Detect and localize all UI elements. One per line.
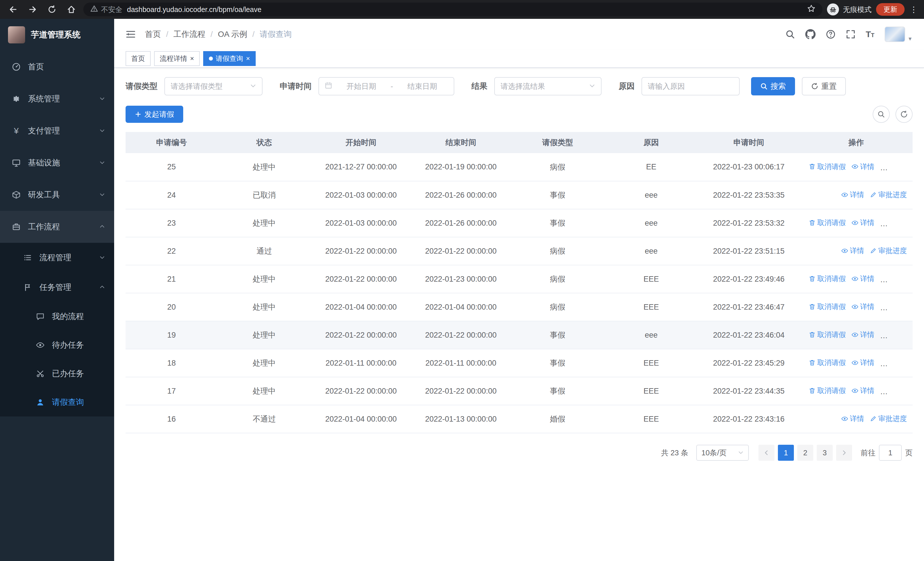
browser-back-button[interactable] [6, 2, 21, 17]
detail-action-link[interactable]: 详情 [852, 386, 874, 396]
next-page-button[interactable] [836, 445, 852, 461]
breadcrumb-current: 请假查询 [260, 29, 292, 40]
detail-action-link[interactable]: 详情 [841, 414, 864, 423]
detail-action-link[interactable]: 详情 [852, 162, 874, 171]
detail-action-link[interactable]: 详情 [852, 274, 874, 283]
sidebar-item-infrastructure[interactable]: 基础设施 [0, 147, 114, 179]
column-header: 结束时间 [411, 132, 511, 153]
table-cell: 2022-01-03 00:00:00 [311, 209, 411, 237]
page-button-2[interactable]: 2 [797, 445, 813, 461]
range-separator: - [391, 82, 393, 91]
cancel-action-link[interactable]: 取消请假 [809, 162, 846, 171]
progress-action-link[interactable]: 审批进度 [870, 414, 907, 423]
sidebar-item-leave-query[interactable]: 请假查询 [0, 388, 114, 417]
cancel-action-link[interactable]: 取消请假 [809, 274, 846, 283]
table-cell: 2022-01-22 23:53:35 [698, 181, 800, 209]
sidebar-item-payment[interactable]: ¥ 支付管理 [0, 115, 114, 147]
prev-page-button[interactable] [759, 445, 774, 461]
cancel-action-link[interactable]: 取消请假 [809, 358, 846, 367]
detail-action-link[interactable]: 详情 [852, 358, 874, 367]
breadcrumb-item[interactable]: 首页 [145, 29, 161, 40]
detail-action-link[interactable]: 详情 [841, 246, 864, 256]
reset-button[interactable]: 重置 [802, 77, 846, 95]
sidebar-item-devtools[interactable]: 研发工具 [0, 179, 114, 211]
github-icon[interactable] [805, 29, 816, 39]
search-button[interactable]: 搜索 [751, 77, 795, 95]
table-row: 21处理中2022-01-22 00:00:002022-01-23 00:00… [126, 265, 913, 293]
fullscreen-icon[interactable] [846, 29, 855, 39]
progress-action-link[interactable]: 审批进度 [870, 190, 907, 199]
breadcrumb-item[interactable]: 工作流程 [174, 29, 206, 40]
table-cell: 25 [126, 153, 218, 181]
table-cell: 已取消 [218, 181, 311, 209]
browser-home-button[interactable] [64, 2, 79, 17]
table-cell: 2022-01-22 00:00:00 [411, 377, 511, 405]
detail-action-link[interactable]: 详情 [852, 330, 874, 339]
search-icon[interactable] [785, 29, 795, 39]
sidebar-collapse-icon[interactable] [126, 29, 136, 39]
goto-page-input[interactable] [879, 445, 902, 461]
leave-type-select[interactable]: 请选择请假类型 [164, 77, 262, 95]
tab-home[interactable]: 首页 [126, 51, 151, 66]
sidebar-item-process-management[interactable]: 流程管理 [0, 243, 114, 272]
browser-update-button[interactable]: 更新 [876, 3, 904, 16]
table-cell: EEE [604, 405, 698, 433]
sidebar-item-workflow[interactable]: 工作流程 [0, 211, 114, 243]
goto-page: 前往 页 [861, 445, 913, 461]
result-select[interactable]: 请选择流结果 [494, 77, 602, 95]
sidebar-item-system[interactable]: 系统管理 [0, 83, 114, 115]
toggle-search-button[interactable] [873, 106, 890, 123]
table-cell: 事假 [511, 181, 604, 209]
sidebar-item-task-management[interactable]: 任务管理 [0, 272, 114, 302]
sidebar-item-home[interactable]: 首页 [0, 51, 114, 83]
leave-table-body: 25处理中2021-12-27 00:00:002022-01-19 00:00… [126, 153, 913, 433]
browser-forward-button[interactable] [25, 2, 40, 17]
reason-input[interactable] [642, 77, 740, 95]
sidebar-item-done-tasks[interactable]: 已办任务 [0, 359, 114, 388]
cancel-action-link[interactable]: 取消请假 [809, 386, 846, 396]
close-icon[interactable]: × [246, 55, 250, 62]
chevron-down-icon [589, 82, 595, 91]
table-row: 24已取消2022-01-03 00:00:002022-01-26 00:00… [126, 181, 913, 209]
cancel-action-link[interactable]: 取消请假 [809, 218, 846, 227]
detail-action-link[interactable]: 详情 [852, 218, 874, 227]
refresh-button[interactable] [896, 106, 913, 123]
browser-address-bar[interactable]: 不安全 dashboard.yudao.iocoder.cn/bpm/oa/le… [83, 3, 822, 16]
cancel-action-link[interactable]: 取消请假 [809, 302, 846, 311]
sidebar-item-todo-tasks[interactable]: 待办任务 [0, 331, 114, 359]
date-range-picker[interactable]: 开始日期 - 结束日期 [318, 77, 454, 95]
detail-action-link[interactable]: 详情 [841, 190, 864, 199]
search-button-label: 搜索 [771, 81, 786, 92]
create-leave-button[interactable]: 发起请假 [126, 106, 183, 123]
create-leave-label: 发起请假 [144, 110, 174, 119]
table-cell: EE [604, 153, 698, 181]
tab-process-detail[interactable]: 流程详情 × [154, 51, 200, 66]
close-icon[interactable]: × [190, 55, 194, 62]
start-date-placeholder: 开始日期 [336, 81, 387, 92]
user-menu[interactable]: ▼ [885, 27, 913, 42]
security-warning[interactable]: 不安全 [90, 5, 122, 14]
chevron-up-icon [99, 222, 105, 232]
table-cell: 2022-01-19 00:00:00 [411, 153, 511, 181]
sidebar-item-label: 首页 [28, 62, 105, 72]
page-button-3[interactable]: 3 [817, 445, 832, 461]
chevron-down-icon [99, 158, 105, 167]
browser-menu-button[interactable]: ⋮ [909, 5, 918, 14]
cancel-action-link[interactable]: 取消请假 [809, 330, 846, 339]
sidebar-item-label: 任务管理 [39, 282, 93, 293]
tab-label: 流程详情 [160, 54, 187, 63]
chevron-down-icon [99, 126, 105, 135]
tab-leave-query[interactable]: 请假查询 × [203, 51, 256, 66]
browser-reload-button[interactable] [45, 2, 59, 17]
bookmark-star-icon[interactable] [807, 4, 816, 15]
progress-action-link[interactable]: 审批进度 [870, 246, 907, 256]
help-icon[interactable] [826, 29, 836, 39]
chat-bubble-icon [35, 311, 45, 321]
sidebar-item-my-processes[interactable]: 我的流程 [0, 302, 114, 331]
sidebar-item-label: 已办任务 [52, 368, 105, 379]
detail-action-link[interactable]: 详情 [852, 302, 874, 311]
font-size-icon[interactable]: TT [866, 29, 874, 39]
page-size-select[interactable]: 10条/页 [696, 445, 749, 461]
page-button-1[interactable]: 1 [778, 445, 794, 461]
breadcrumb-item[interactable]: OA 示例 [218, 29, 248, 40]
